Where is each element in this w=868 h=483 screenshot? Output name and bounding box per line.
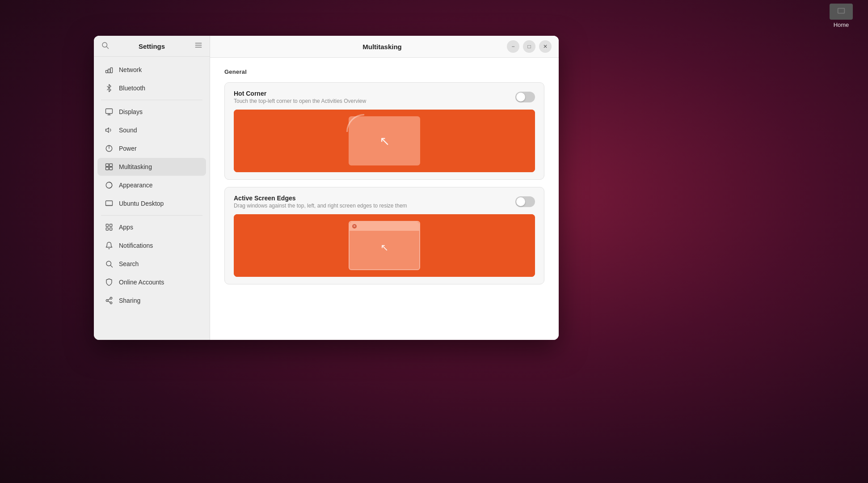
sidebar-item-online-accounts[interactable]: Online Accounts [97, 273, 206, 291]
multitasking-icon [105, 162, 114, 171]
sidebar-nav: Network Bluetooth Displays [94, 57, 210, 340]
hot-corner-preview: ↖ [234, 110, 535, 172]
sidebar-item-network[interactable]: Network [97, 61, 206, 79]
active-edges-illustration: ✕ ↖ [234, 214, 535, 277]
sidebar-item-multitasking[interactable]: Multitasking [97, 158, 206, 176]
sidebar-item-search-label: Search [119, 260, 139, 267]
main-content: Multitasking − □ ✕ General Hot Corner To… [210, 36, 559, 340]
sidebar-item-power[interactable]: Power [97, 140, 206, 157]
sidebar-item-displays-label: Displays [119, 108, 143, 115]
svg-line-33 [108, 299, 110, 300]
active-screen-edges-preview: ✕ ↖ [234, 214, 535, 277]
ubuntu-desktop-icon [105, 199, 114, 208]
hot-corner-desc: Touch the top-left corner to open the Ac… [234, 98, 366, 104]
active-screen-edges-row: Active Screen Edges Drag windows against… [234, 195, 535, 209]
sidebar-menu-icon[interactable] [194, 41, 202, 51]
home-label: Home [834, 21, 849, 28]
hot-corner-name: Hot Corner [234, 90, 366, 97]
content-area: General Hot Corner Touch the top-left co… [210, 58, 559, 340]
svg-rect-19 [110, 167, 113, 170]
sidebar-item-sound-label: Sound [119, 127, 137, 134]
svg-rect-17 [110, 164, 113, 166]
section-general-title: General [224, 68, 544, 75]
sidebar-item-sound[interactable]: Sound [97, 121, 206, 139]
sidebar-item-search[interactable]: Search [97, 255, 206, 273]
sidebar-item-network-label: Network [119, 66, 142, 73]
sidebar-separator-1 [101, 100, 202, 100]
active-screen-edges-toggle[interactable] [515, 196, 535, 207]
active-edges-cursor-icon: ↖ [380, 242, 388, 254]
svg-rect-18 [106, 167, 109, 170]
power-icon [105, 144, 114, 153]
sidebar-item-ubuntu-desktop-label: Ubuntu Desktop [119, 200, 164, 207]
svg-rect-9 [110, 68, 113, 73]
svg-rect-10 [106, 109, 113, 114]
sidebar-item-displays[interactable]: Displays [97, 103, 206, 121]
minimize-button[interactable]: − [507, 40, 519, 53]
active-screen-edges-card: Active Screen Edges Drag windows against… [224, 187, 544, 284]
maximize-button[interactable]: □ [523, 40, 535, 53]
svg-rect-21 [106, 201, 113, 206]
sidebar-item-sharing[interactable]: Sharing [97, 292, 206, 309]
mini-window-titlebar: ✕ [350, 222, 419, 231]
hot-corner-toggle[interactable] [515, 92, 535, 102]
active-screen-edges-info: Active Screen Edges Drag windows against… [234, 195, 407, 209]
svg-line-3 [106, 47, 108, 48]
active-screen-edges-name: Active Screen Edges [234, 195, 407, 202]
sidebar-header: Settings [94, 36, 210, 57]
sharing-icon [105, 296, 114, 305]
hot-corner-card: Hot Corner Touch the top-left corner to … [224, 82, 544, 180]
appearance-icon [105, 181, 114, 190]
sidebar-item-notifications[interactable]: Notifications [97, 237, 206, 254]
network-icon [105, 65, 114, 74]
displays-icon [105, 107, 114, 116]
window-title: Multitasking [257, 43, 507, 51]
sidebar-item-apps-label: Apps [119, 224, 133, 231]
svg-line-32 [108, 301, 110, 302]
hot-corner-illustration: ↖ [234, 110, 535, 172]
sidebar-item-multitasking-label: Multitasking [119, 163, 152, 170]
titlebar: Multitasking − □ ✕ [210, 36, 559, 58]
svg-rect-1 [839, 9, 844, 13]
hot-corner-mini-window: ↖ [349, 116, 420, 165]
svg-rect-24 [110, 224, 112, 226]
sidebar-item-appearance[interactable]: Appearance [97, 176, 206, 194]
sidebar-item-online-accounts-label: Online Accounts [119, 279, 164, 286]
hot-corner-row: Hot Corner Touch the top-left corner to … [234, 90, 535, 104]
sidebar-item-appearance-label: Appearance [119, 182, 153, 189]
sound-icon [105, 126, 114, 135]
svg-rect-16 [106, 164, 109, 166]
search-sidebar-icon [105, 259, 114, 268]
sidebar-item-bluetooth-label: Bluetooth [119, 85, 145, 92]
home-button[interactable]: Home [814, 0, 868, 32]
svg-line-28 [110, 265, 112, 267]
svg-rect-26 [110, 228, 112, 230]
sidebar-separator-2 [101, 215, 202, 216]
online-accounts-icon [105, 278, 114, 287]
svg-rect-23 [106, 224, 108, 226]
sidebar-title: Settings [139, 42, 165, 50]
sidebar-item-power-label: Power [119, 145, 137, 152]
sidebar-item-notifications-label: Notifications [119, 242, 153, 249]
notifications-icon [105, 241, 114, 250]
sidebar-item-apps[interactable]: Apps [97, 218, 206, 236]
apps-icon [105, 223, 114, 232]
svg-marker-13 [106, 128, 109, 133]
hot-corner-arc [346, 114, 382, 150]
hot-corner-cursor-icon: ↖ [379, 134, 390, 148]
mini-close-icon: ✕ [352, 224, 357, 229]
active-edges-mini-window: ✕ ↖ [349, 221, 420, 270]
home-icon [830, 4, 853, 20]
active-screen-edges-desc: Drag windows against the top, left, and … [234, 203, 407, 209]
sidebar-search-icon[interactable] [101, 41, 109, 51]
close-button[interactable]: ✕ [539, 40, 552, 53]
sidebar-item-sharing-label: Sharing [119, 297, 140, 304]
svg-rect-25 [106, 228, 108, 230]
sidebar-item-bluetooth[interactable]: Bluetooth [97, 79, 206, 97]
sidebar-item-ubuntu-desktop[interactable]: Ubuntu Desktop [97, 195, 206, 212]
bluetooth-icon [105, 84, 114, 93]
svg-rect-8 [108, 69, 110, 73]
svg-rect-7 [106, 71, 108, 73]
sidebar: Settings Network Bluetooth [94, 36, 210, 340]
hot-corner-info: Hot Corner Touch the top-left corner to … [234, 90, 366, 104]
